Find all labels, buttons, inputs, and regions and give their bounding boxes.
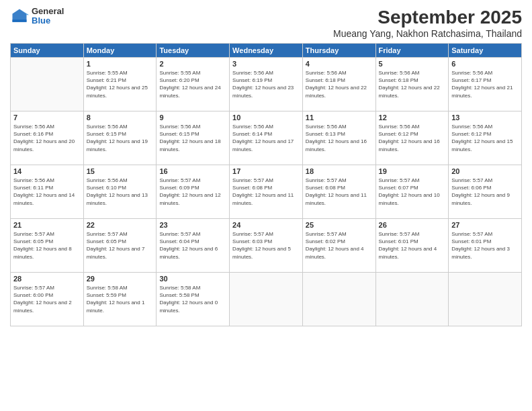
- day-number: 6: [451, 60, 519, 68]
- day-info: Sunrise: 5:58 AMSunset: 5:59 PMDaylight:…: [87, 284, 154, 314]
- table-row: 17Sunrise: 5:57 AMSunset: 6:08 PMDayligh…: [230, 165, 303, 219]
- day-info: Sunrise: 5:57 AMSunset: 6:02 PMDaylight:…: [306, 230, 373, 261]
- day-info: Sunrise: 5:57 AMSunset: 6:05 PMDaylight:…: [13, 230, 81, 261]
- table-row: 3Sunrise: 5:56 AMSunset: 6:19 PMDaylight…: [230, 58, 303, 111]
- calendar-table: Sunday Monday Tuesday Wednesday Thursday…: [10, 43, 522, 326]
- logo-icon: [10, 7, 29, 26]
- day-info: Sunrise: 5:56 AMSunset: 6:16 PMDaylight:…: [13, 123, 81, 153]
- day-number: 26: [379, 221, 446, 229]
- day-info: Sunrise: 5:57 AMSunset: 6:04 PMDaylight:…: [159, 230, 226, 261]
- day-info: Sunrise: 5:57 AMSunset: 6:08 PMDaylight:…: [232, 177, 300, 207]
- table-row: 23Sunrise: 5:57 AMSunset: 6:04 PMDayligh…: [157, 219, 230, 273]
- day-info: Sunrise: 5:56 AMSunset: 6:18 PMDaylight:…: [379, 69, 446, 99]
- day-info: Sunrise: 5:57 AMSunset: 6:07 PMDaylight:…: [379, 177, 446, 207]
- col-wednesday: Wednesday: [230, 44, 303, 58]
- calendar-week-row: 14Sunrise: 5:56 AMSunset: 6:11 PMDayligh…: [11, 165, 522, 219]
- day-info: Sunrise: 5:55 AMSunset: 6:20 PMDaylight:…: [159, 69, 226, 99]
- table-row: [11, 58, 84, 111]
- table-row: 26Sunrise: 5:57 AMSunset: 6:01 PMDayligh…: [375, 219, 449, 273]
- table-row: 14Sunrise: 5:56 AMSunset: 6:11 PMDayligh…: [11, 165, 84, 219]
- logo-general: General: [32, 7, 64, 16]
- svg-rect-2: [13, 20, 27, 23]
- day-info: Sunrise: 5:57 AMSunset: 6:06 PMDaylight:…: [451, 177, 519, 207]
- day-number: 29: [87, 275, 154, 283]
- day-info: Sunrise: 5:56 AMSunset: 6:18 PMDaylight:…: [306, 69, 373, 99]
- day-info: Sunrise: 5:56 AMSunset: 6:14 PMDaylight:…: [232, 123, 300, 153]
- table-row: [375, 273, 449, 326]
- day-number: 17: [232, 167, 300, 175]
- day-number: 22: [87, 221, 154, 229]
- day-info: Sunrise: 5:56 AMSunset: 6:15 PMDaylight:…: [87, 123, 154, 153]
- calendar-week-row: 28Sunrise: 5:57 AMSunset: 6:00 PMDayligh…: [11, 273, 522, 326]
- day-info: Sunrise: 5:57 AMSunset: 6:03 PMDaylight:…: [232, 230, 300, 261]
- day-info: Sunrise: 5:58 AMSunset: 5:58 PMDaylight:…: [159, 284, 226, 314]
- header: General Blue September 2025 Mueang Yang,…: [10, 7, 522, 39]
- table-row: 4Sunrise: 5:56 AMSunset: 6:18 PMDaylight…: [302, 58, 375, 111]
- col-tuesday: Tuesday: [157, 44, 230, 58]
- col-thursday: Thursday: [302, 44, 375, 58]
- table-row: 15Sunrise: 5:56 AMSunset: 6:10 PMDayligh…: [83, 165, 157, 219]
- day-number: 19: [379, 167, 446, 175]
- day-number: 11: [306, 113, 373, 122]
- table-row: 7Sunrise: 5:56 AMSunset: 6:16 PMDaylight…: [11, 111, 84, 165]
- col-saturday: Saturday: [449, 44, 522, 58]
- day-info: Sunrise: 5:56 AMSunset: 6:11 PMDaylight:…: [13, 177, 81, 207]
- day-info: Sunrise: 5:57 AMSunset: 6:09 PMDaylight:…: [159, 177, 226, 207]
- day-info: Sunrise: 5:56 AMSunset: 6:12 PMDaylight:…: [451, 123, 519, 153]
- day-info: Sunrise: 5:56 AMSunset: 6:19 PMDaylight:…: [232, 69, 300, 99]
- col-monday: Monday: [83, 44, 157, 58]
- month-title: September 2025: [333, 7, 522, 28]
- table-row: 10Sunrise: 5:56 AMSunset: 6:14 PMDayligh…: [230, 111, 303, 165]
- table-row: 18Sunrise: 5:57 AMSunset: 6:08 PMDayligh…: [302, 165, 375, 219]
- day-number: 28: [13, 275, 81, 283]
- day-number: 13: [451, 113, 519, 122]
- day-number: 21: [13, 221, 81, 229]
- table-row: [230, 273, 303, 326]
- calendar-week-row: 7Sunrise: 5:56 AMSunset: 6:16 PMDaylight…: [11, 111, 522, 165]
- day-number: 8: [87, 113, 154, 122]
- title-block: September 2025 Mueang Yang, Nakhon Ratch…: [333, 7, 522, 39]
- day-info: Sunrise: 5:57 AMSunset: 6:01 PMDaylight:…: [379, 230, 446, 261]
- table-row: 21Sunrise: 5:57 AMSunset: 6:05 PMDayligh…: [11, 219, 84, 273]
- day-info: Sunrise: 5:56 AMSunset: 6:10 PMDaylight:…: [87, 177, 154, 207]
- page: General Blue September 2025 Mueang Yang,…: [0, 0, 532, 411]
- table-row: 8Sunrise: 5:56 AMSunset: 6:15 PMDaylight…: [83, 111, 157, 165]
- table-row: 30Sunrise: 5:58 AMSunset: 5:58 PMDayligh…: [157, 273, 230, 326]
- day-number: 18: [306, 167, 373, 175]
- table-row: 6Sunrise: 5:56 AMSunset: 6:17 PMDaylight…: [449, 58, 522, 111]
- day-number: 27: [451, 221, 519, 229]
- day-info: Sunrise: 5:57 AMSunset: 6:08 PMDaylight:…: [306, 177, 373, 207]
- table-row: 27Sunrise: 5:57 AMSunset: 6:01 PMDayligh…: [449, 219, 522, 273]
- day-number: 15: [87, 167, 154, 175]
- day-number: 12: [379, 113, 446, 122]
- table-row: 12Sunrise: 5:56 AMSunset: 6:12 PMDayligh…: [375, 111, 449, 165]
- day-info: Sunrise: 5:55 AMSunset: 6:21 PMDaylight:…: [87, 69, 154, 99]
- table-row: 20Sunrise: 5:57 AMSunset: 6:06 PMDayligh…: [449, 165, 522, 219]
- day-number: 1: [87, 60, 154, 68]
- day-number: 20: [451, 167, 519, 175]
- calendar-week-row: 1Sunrise: 5:55 AMSunset: 6:21 PMDaylight…: [11, 58, 522, 111]
- day-info: Sunrise: 5:56 AMSunset: 6:12 PMDaylight:…: [379, 123, 446, 153]
- table-row: 29Sunrise: 5:58 AMSunset: 5:59 PMDayligh…: [83, 273, 157, 326]
- day-number: 14: [13, 167, 81, 175]
- day-info: Sunrise: 5:56 AMSunset: 6:13 PMDaylight:…: [306, 123, 373, 153]
- logo-text: General Blue: [32, 7, 64, 26]
- table-row: 25Sunrise: 5:57 AMSunset: 6:02 PMDayligh…: [302, 219, 375, 273]
- logo: General Blue: [10, 7, 64, 26]
- table-row: 16Sunrise: 5:57 AMSunset: 6:09 PMDayligh…: [157, 165, 230, 219]
- day-number: 24: [232, 221, 300, 229]
- day-number: 4: [306, 60, 373, 68]
- table-row: [449, 273, 522, 326]
- table-row: 22Sunrise: 5:57 AMSunset: 6:05 PMDayligh…: [83, 219, 157, 273]
- day-number: 2: [159, 60, 226, 68]
- table-row: 11Sunrise: 5:56 AMSunset: 6:13 PMDayligh…: [302, 111, 375, 165]
- table-row: 24Sunrise: 5:57 AMSunset: 6:03 PMDayligh…: [230, 219, 303, 273]
- col-sunday: Sunday: [11, 44, 84, 58]
- table-row: 1Sunrise: 5:55 AMSunset: 6:21 PMDaylight…: [83, 58, 157, 111]
- day-info: Sunrise: 5:56 AMSunset: 6:15 PMDaylight:…: [159, 123, 226, 153]
- day-number: 9: [159, 113, 226, 122]
- calendar-header-row: Sunday Monday Tuesday Wednesday Thursday…: [11, 44, 522, 58]
- table-row: 28Sunrise: 5:57 AMSunset: 6:00 PMDayligh…: [11, 273, 84, 326]
- day-number: 5: [379, 60, 446, 68]
- day-number: 16: [159, 167, 226, 175]
